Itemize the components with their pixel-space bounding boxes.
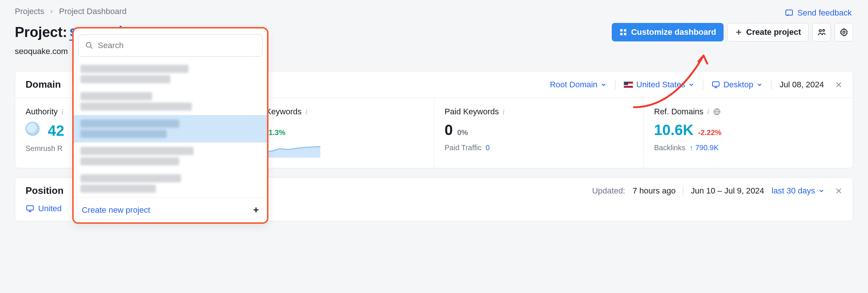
updated-label: Updated: xyxy=(592,186,625,196)
close-card-button[interactable] xyxy=(835,81,842,88)
authority-gauge-icon xyxy=(26,122,40,136)
breadcrumb-root[interactable]: Projects xyxy=(15,7,44,16)
grid-icon xyxy=(619,28,627,36)
breadcrumb: Projects Project Dashboard xyxy=(15,7,853,16)
feedback-icon xyxy=(785,9,794,17)
list-item[interactable] xyxy=(74,60,267,88)
search-icon xyxy=(85,41,93,50)
feedback-label: Send feedback xyxy=(797,8,852,18)
svg-point-6 xyxy=(819,30,821,32)
updated-value: 7 hours ago xyxy=(632,186,675,196)
date-label: Jul 08, 2024 xyxy=(779,80,824,90)
chevron-right-icon xyxy=(49,9,54,14)
customize-dashboard-button[interactable]: Customize dashboard xyxy=(612,23,724,41)
plus-icon: + xyxy=(253,204,259,216)
authority-value: 42 xyxy=(48,122,64,139)
search-input[interactable] xyxy=(98,41,256,50)
settings-button[interactable] xyxy=(835,23,853,41)
metric-ref-domains: Ref. Domains i 10.6K -2.22% Backlinks ↑ … xyxy=(644,98,853,168)
svg-rect-2 xyxy=(620,29,622,31)
country-filter[interactable]: United States xyxy=(624,80,695,90)
svg-rect-5 xyxy=(624,33,626,35)
desktop-icon xyxy=(26,204,34,213)
chevron-down-icon xyxy=(756,81,763,88)
svg-rect-9 xyxy=(712,82,719,86)
search-input-wrapper[interactable] xyxy=(78,34,263,57)
list-item[interactable] xyxy=(74,170,267,197)
backlinks-value[interactable]: 790.9K xyxy=(695,144,718,152)
ref-value: 10.6K xyxy=(654,122,694,138)
list-item[interactable] xyxy=(74,142,267,170)
create-label: Create project xyxy=(746,27,801,37)
info-icon[interactable]: i xyxy=(707,108,710,116)
project-dropdown: Create new project + xyxy=(72,27,268,224)
globe-icon xyxy=(713,108,721,116)
card-title-domain: Domain xyxy=(26,79,61,90)
ref-change: -2.22% xyxy=(698,128,721,137)
customize-label: Customize dashboard xyxy=(631,27,716,37)
paid-value: 0 xyxy=(445,122,453,138)
info-icon[interactable]: i xyxy=(61,108,64,116)
date-range: Jun 10 – Jul 9, 2024 xyxy=(691,186,764,196)
device-filter[interactable]: Desktop xyxy=(711,80,763,90)
close-card-button[interactable] xyxy=(835,187,842,195)
svg-rect-3 xyxy=(624,29,626,31)
people-icon xyxy=(817,28,826,37)
create-project-button[interactable]: Create project xyxy=(727,23,809,41)
info-icon[interactable]: i xyxy=(503,108,505,116)
svg-point-8 xyxy=(843,31,845,33)
paid-change: 0% xyxy=(457,128,468,137)
title-prefix: Project: xyxy=(15,24,67,40)
chevron-down-icon xyxy=(818,188,825,194)
list-item-selected[interactable] xyxy=(74,115,267,142)
gear-icon xyxy=(839,28,848,37)
up-arrow-icon: ↑ xyxy=(690,144,693,152)
list-item[interactable] xyxy=(74,88,267,115)
plus-icon xyxy=(735,28,742,36)
us-flag-icon xyxy=(624,81,633,88)
paid-traffic-value[interactable]: 0 xyxy=(485,144,490,152)
svg-rect-0 xyxy=(786,10,792,15)
send-feedback-link[interactable]: Send feedback xyxy=(785,8,852,18)
create-new-label: Create new project xyxy=(82,205,150,215)
card-title-position: Position xyxy=(26,185,64,196)
share-button[interactable] xyxy=(812,23,831,41)
period-filter[interactable]: last 30 days xyxy=(772,186,825,196)
position-device-label[interactable]: United xyxy=(38,204,62,213)
svg-point-7 xyxy=(823,30,825,31)
svg-point-12 xyxy=(86,43,91,47)
info-icon[interactable]: i xyxy=(306,108,308,116)
scope-filter[interactable]: Root Domain xyxy=(550,80,607,90)
svg-rect-4 xyxy=(620,33,622,35)
chevron-down-icon xyxy=(600,81,607,88)
svg-rect-11 xyxy=(27,206,33,210)
breadcrumb-current: Project Dashboard xyxy=(59,7,126,16)
create-new-project-link[interactable]: Create new project + xyxy=(74,197,267,222)
metric-paid: Paid Keywords i 0 0% Paid Traffic 0 xyxy=(434,98,644,168)
chevron-down-icon xyxy=(688,81,695,88)
desktop-icon xyxy=(711,80,720,89)
